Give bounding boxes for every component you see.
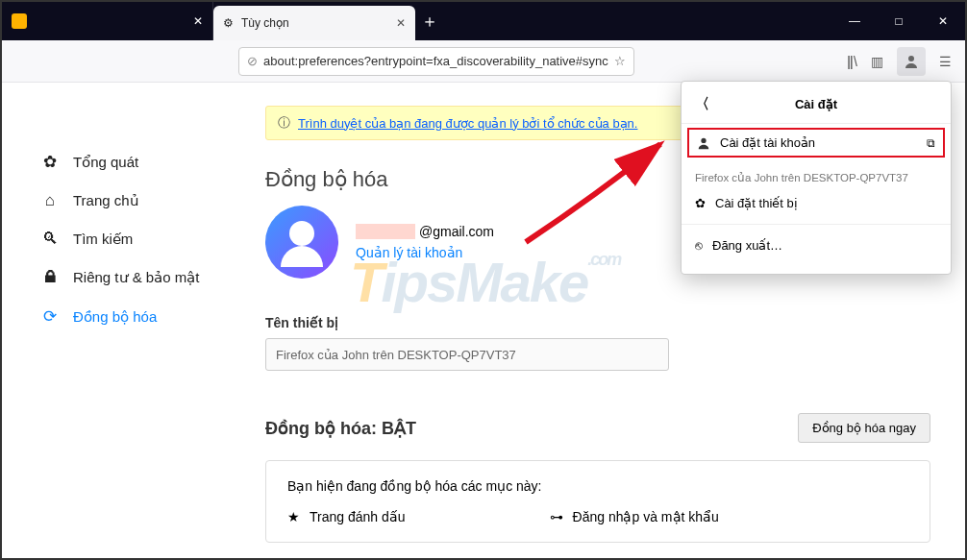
device-name-label: Tên thiết bị [265, 315, 930, 330]
avatar [265, 206, 338, 279]
preferences-sidebar: ✿ Tổng quát ⌂ Trang chủ 🔍︎ Tìm kiếm 🔒︎ R… [2, 83, 231, 558]
sidebar-item-home[interactable]: ⌂ Trang chủ [40, 182, 231, 220]
library-icon[interactable]: ǁ\ [847, 54, 857, 69]
panel-title: Bạn hiện đang đồng bộ hóa các mục này: [287, 478, 908, 494]
popup-label: Đăng xuất… [712, 238, 782, 253]
svg-point-0 [908, 56, 914, 61]
gear-icon: ⚙ [223, 16, 234, 30]
popup-item-sign-out[interactable]: ⎋ Đăng xuất… [682, 231, 951, 260]
sync-item-logins: ⊶ Đăng nhập và mật khẩu [550, 509, 719, 524]
browser-toolbar: ⊘ about:preferences?entrypoint=fxa_disco… [2, 40, 965, 83]
sync-status-heading: Đồng bộ hóa: BẬT [265, 418, 416, 439]
svg-point-1 [701, 137, 706, 142]
maximize-button[interactable]: □ [877, 2, 921, 40]
popup-label: Cài đặt thiết bị [715, 196, 798, 210]
star-icon: ★ [287, 509, 300, 524]
sidebar-label: Tìm kiếm [73, 231, 133, 248]
gear-icon: ✿ [40, 152, 60, 172]
toolbar-icons: ǁ\ ▥ ☰ [847, 47, 957, 76]
device-name-input[interactable] [265, 338, 669, 371]
close-icon[interactable]: ✕ [396, 16, 406, 30]
url-text: about:preferences?entrypoint=fxa_discove… [263, 54, 608, 68]
minimize-button[interactable]: ― [832, 2, 877, 40]
back-button[interactable]: 〈 [695, 95, 710, 113]
lock-icon: 🔒︎ [40, 268, 60, 287]
popup-item-account-settings[interactable]: Cài đặt tài khoản ⧉ [687, 128, 945, 158]
sidebar-toggle-icon[interactable]: ▥ [871, 54, 883, 69]
close-icon[interactable]: ✕ [193, 14, 203, 28]
tab-inactive[interactable]: ✕ [2, 2, 213, 40]
search-icon: 🔍︎ [40, 230, 60, 249]
redacted-box [356, 224, 415, 239]
close-window-button[interactable]: ✕ [921, 2, 965, 40]
sidebar-item-sync[interactable]: ⟳ Đồng bộ hóa [40, 297, 231, 336]
sidebar-label: Riêng tư & bảo mật [73, 269, 199, 286]
sync-item-bookmarks: ★ Trang đánh dấu [287, 509, 406, 524]
window-titlebar: ✕ ⚙ Tùy chọn ✕ ＋ ― □ ✕ [2, 2, 965, 40]
url-bar[interactable]: ⊘ about:preferences?entrypoint=fxa_disco… [238, 47, 634, 76]
key-icon [12, 13, 27, 29]
sidebar-item-privacy[interactable]: 🔒︎ Riêng tư & bảo mật [40, 258, 231, 297]
sidebar-label: Đồng bộ hóa [73, 308, 157, 326]
key-icon: ⊶ [550, 509, 563, 524]
account-button[interactable] [897, 47, 926, 76]
info-icon: ⓘ [278, 114, 290, 132]
person-icon [697, 136, 710, 150]
popup-label: Cài đặt tài khoản [720, 135, 815, 150]
new-tab-button[interactable]: ＋ [415, 2, 444, 40]
popup-device-line: Firefox của John trên DESKTOP-QP7VT37 [682, 161, 951, 188]
sync-icon: ⟳ [40, 306, 60, 327]
external-link-icon: ⧉ [927, 136, 935, 150]
popup-item-device-settings[interactable]: ✿ Cài đặt thiết bị [682, 188, 951, 218]
sidebar-label: Tổng quát [73, 154, 138, 171]
home-icon: ⌂ [40, 191, 60, 210]
popup-title: Cài đặt [682, 97, 951, 111]
window-controls: ― □ ✕ [832, 2, 965, 40]
gear-icon: ✿ [695, 196, 706, 210]
sidebar-label: Trang chủ [73, 192, 139, 209]
menu-icon[interactable]: ☰ [939, 54, 952, 69]
sidebar-item-general[interactable]: ✿ Tổng quát [40, 142, 231, 182]
sync-now-button[interactable]: Đồng bộ hóa ngay [798, 413, 930, 443]
separator [682, 224, 951, 225]
sidebar-item-search[interactable]: 🔍︎ Tìm kiếm [40, 220, 231, 258]
account-email: @gmail.com [356, 224, 494, 239]
notice-text[interactable]: Trình duyệt của bạn đang được quản lý bở… [298, 116, 637, 131]
sync-items-panel: Bạn hiện đang đồng bộ hóa các mục này: ★… [265, 460, 930, 543]
tab-label: Tùy chọn [241, 16, 289, 30]
person-icon [904, 54, 919, 69]
bookmark-star-icon[interactable]: ☆ [614, 54, 626, 68]
tab-active[interactable]: ⚙ Tùy chọn ✕ [213, 6, 415, 40]
account-popup: 〈 Cài đặt Cài đặt tài khoản ⧉ Firefox củ… [681, 81, 952, 275]
url-identity-icon: ⊘ [247, 54, 258, 68]
signout-icon: ⎋ [695, 238, 703, 253]
email-suffix: @gmail.com [419, 224, 494, 239]
manage-account-link[interactable]: Quản lý tài khoản [356, 245, 494, 260]
